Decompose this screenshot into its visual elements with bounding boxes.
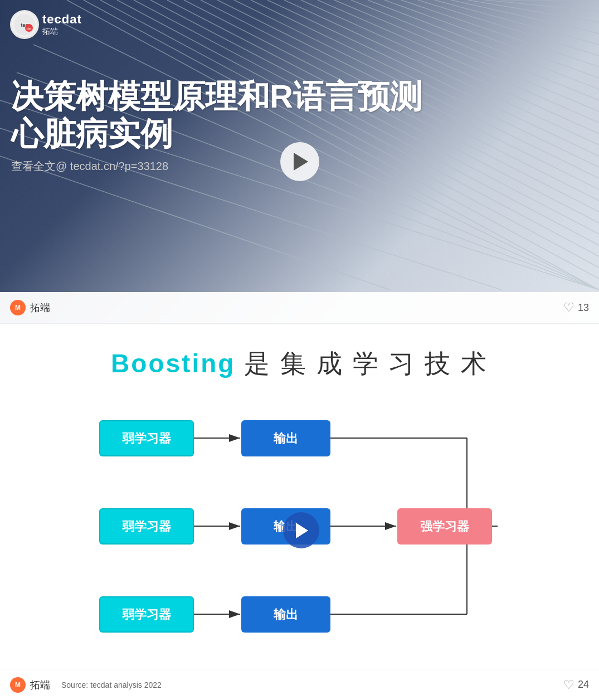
logo-area: tec dat tecdat 拓端 xyxy=(10,10,82,39)
diagram-area: 弱学习器 弱学习器 弱学习器 输出 输出 输出 强学习器 xyxy=(77,409,523,643)
like-count-2: 24 xyxy=(578,679,589,691)
video-title-area: 决策树模型原理和R语言预测 心脏病实例 查看全文@ tecdat.cn/?p=3… xyxy=(11,78,422,174)
logo-circle: tec dat xyxy=(10,10,39,39)
weak-box-2: 弱学习器 xyxy=(99,508,194,545)
boosting-title-suffix: 是 集 成 学 习 技 术 xyxy=(235,349,488,378)
channel-info-2: M 拓端 Source: tecdat analysis 2022 xyxy=(10,677,162,693)
strong-box: 强学习器 xyxy=(397,508,492,545)
tecdat-logo-inner: tec dat xyxy=(12,12,37,37)
output-box-3: 输出 xyxy=(241,596,330,633)
like-area-2: ♡ 24 xyxy=(563,678,589,692)
play-button-2[interactable] xyxy=(283,512,319,548)
channel-icon-1: M xyxy=(10,300,26,315)
video-bottom-bar-1: M 拓端 ♡ 13 xyxy=(0,292,599,323)
video-card-1: tec dat tecdat 拓端 决策树模型原理和R语言预测 心脏病实例 查看… xyxy=(0,0,599,323)
play-icon-2 xyxy=(296,523,308,538)
play-button[interactable] xyxy=(280,142,319,181)
logo-text: tecdat xyxy=(42,12,82,27)
video-main-title-line1: 决策树模型原理和R语言预测 xyxy=(11,78,422,115)
video-url-label: 查看全文@ tecdat.cn/?p=33128 xyxy=(11,159,422,174)
svg-line-16 xyxy=(435,0,599,45)
video-main-title-line2: 心脏病实例 xyxy=(11,115,422,153)
channel-name-2: 拓端 xyxy=(30,678,50,692)
tecdat-logo: tecdat 拓端 xyxy=(42,12,82,37)
video-card-2: Boosting 是 集 成 学 习 技 术 xyxy=(0,323,599,700)
output-box-1: 输出 xyxy=(241,420,330,456)
like-area-1: ♡ 13 xyxy=(563,300,589,315)
weak-box-1: 弱学习器 xyxy=(99,420,194,456)
svg-line-14 xyxy=(401,0,599,67)
boosting-title: Boosting 是 集 成 学 习 技 术 xyxy=(0,324,599,381)
source-text: Source: tecdat analysis 2022 xyxy=(61,680,162,689)
svg-line-32 xyxy=(0,156,390,290)
logo-sub: 拓端 xyxy=(42,27,58,37)
video-bottom-bar-2: M 拓端 Source: tecdat analysis 2022 ♡ 24 xyxy=(0,669,599,700)
channel-info-1: M 拓端 xyxy=(10,300,50,315)
boosting-word: Boosting xyxy=(111,349,235,378)
channel-name-1: 拓端 xyxy=(30,301,50,314)
play-icon xyxy=(294,153,308,171)
weak-box-3: 弱学习器 xyxy=(99,596,194,633)
svg-text:dat: dat xyxy=(27,27,32,30)
heart-icon-2: ♡ xyxy=(563,678,574,692)
channel-icon-2: M xyxy=(10,677,26,693)
heart-icon-1: ♡ xyxy=(563,300,574,315)
like-count-1: 13 xyxy=(578,302,589,314)
